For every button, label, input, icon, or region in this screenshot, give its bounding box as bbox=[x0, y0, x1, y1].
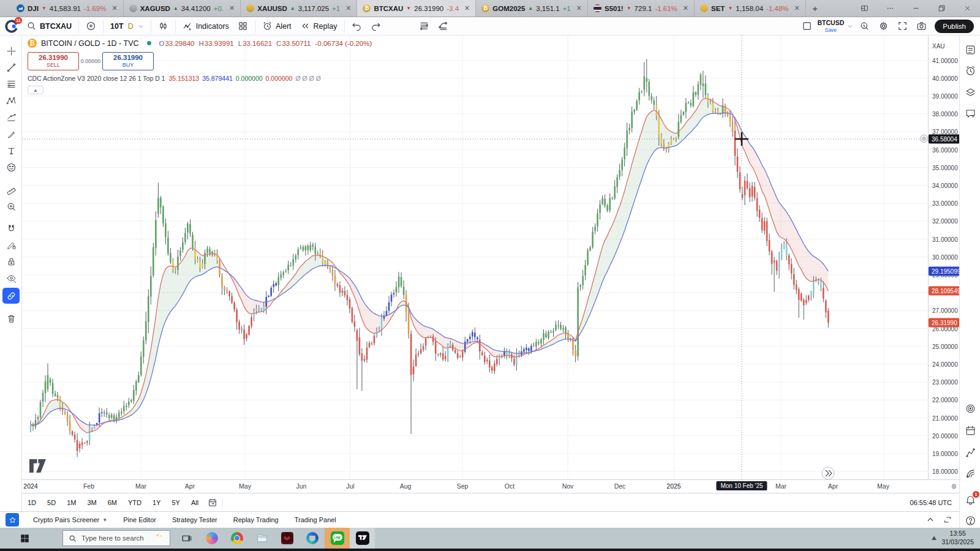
range-button-1y[interactable]: 1Y bbox=[147, 499, 166, 506]
ideas-icon[interactable] bbox=[965, 447, 976, 459]
xabcd-pattern-tool-icon[interactable] bbox=[2, 92, 20, 108]
legend-collapse-button[interactable]: ▲ bbox=[28, 86, 43, 94]
tab-close-icon[interactable]: ✕ bbox=[229, 4, 235, 12]
restore-button[interactable] bbox=[929, 0, 954, 17]
fullscreen-button[interactable] bbox=[893, 18, 912, 35]
taskbar-app-folder[interactable] bbox=[249, 528, 274, 549]
more-options-icon[interactable] bbox=[877, 0, 903, 17]
symbol-tab-btcxau[interactable]: ₿BTCXAU▼26.31990-3.4✕ bbox=[357, 0, 476, 17]
watchlist-icon[interactable] bbox=[965, 44, 976, 56]
compare-button[interactable] bbox=[81, 18, 100, 35]
trash-tool-icon[interactable] bbox=[2, 310, 20, 326]
range-button-5d[interactable]: 5D bbox=[42, 499, 61, 506]
taskbar-app-msi[interactable] bbox=[274, 528, 300, 549]
interval-button[interactable]: 10T D bbox=[106, 18, 148, 35]
target-icon[interactable] bbox=[965, 403, 976, 414]
taskbar-search-input[interactable]: Type here to search bbox=[62, 530, 170, 546]
footer-tab-replay-trading[interactable]: Replay Trading bbox=[225, 516, 287, 523]
footer-tab-pine-editor[interactable]: Pine Editor bbox=[115, 516, 164, 523]
footer-tab-strategy-tester[interactable]: Strategy Tester bbox=[164, 516, 225, 523]
symbol-tab-dji[interactable]: DJI▼41,583.91-1.69%✕ bbox=[11, 0, 124, 17]
utc-clock[interactable]: 06:55:48 UTC bbox=[910, 499, 952, 506]
favorites-star-icon[interactable] bbox=[6, 513, 19, 527]
hide-eye-tool-icon[interactable] bbox=[2, 270, 20, 286]
time-axis[interactable]: 2024FebMarAprMayJunJulAugSepOctNovDec202… bbox=[22, 479, 928, 493]
indicator-legend[interactable]: CDC ActionZone V3 2020 close 12 26 1 Top… bbox=[28, 75, 372, 82]
sell-button[interactable]: 26.31990 SELL bbox=[28, 52, 79, 70]
layout-grid-button[interactable] bbox=[233, 18, 252, 35]
undo-button[interactable] bbox=[347, 18, 366, 35]
taskbar-app-task-view[interactable] bbox=[174, 528, 199, 549]
layout-checkbox[interactable] bbox=[797, 18, 816, 35]
notifications-bell-icon[interactable]: 1 bbox=[965, 493, 976, 505]
tab-close-icon[interactable]: ✕ bbox=[576, 4, 582, 12]
close-button[interactable] bbox=[954, 0, 980, 17]
panel-restore-icon[interactable] bbox=[943, 515, 952, 524]
range-button-6m[interactable]: 6M bbox=[102, 499, 123, 506]
calendar-icon[interactable] bbox=[965, 425, 976, 437]
symbol-tab-s501[interactable]: S501!▼729.1-1.61%✕ bbox=[588, 0, 695, 17]
symbol-tab-xauusd[interactable]: XAUUSD▲3,117.025+1✕ bbox=[241, 0, 357, 17]
taskbar-app-edge[interactable] bbox=[300, 528, 325, 549]
range-button-1d[interactable]: 1D bbox=[22, 499, 42, 506]
ruler-tool-icon[interactable] bbox=[2, 182, 20, 198]
emoji-tool-icon[interactable] bbox=[2, 159, 20, 175]
tab-close-icon[interactable]: ✕ bbox=[345, 4, 351, 12]
replay-button[interactable]: Replay bbox=[296, 18, 342, 35]
publish-button[interactable]: Publish bbox=[935, 20, 974, 33]
screenshot-camera-icon[interactable] bbox=[912, 18, 931, 35]
tab-close-icon[interactable]: ✕ bbox=[683, 4, 688, 12]
layers-icon[interactable] bbox=[965, 87, 976, 99]
range-button-ytd[interactable]: YTD bbox=[123, 499, 147, 506]
market-status-dot[interactable] bbox=[147, 41, 151, 45]
taskbar-app-tradingview[interactable] bbox=[350, 528, 375, 549]
polyline-tool-button[interactable] bbox=[434, 18, 453, 35]
tab-layout-icon[interactable] bbox=[851, 0, 877, 17]
tradingview-logo[interactable]: 11 bbox=[5, 20, 18, 33]
signal-icon[interactable] bbox=[965, 468, 976, 479]
range-button-1m[interactable]: 1M bbox=[61, 499, 81, 506]
price-lines-button[interactable] bbox=[415, 18, 434, 35]
footer-tab-screener[interactable]: Crypto Pairs Screener ▼ bbox=[25, 516, 115, 523]
tray-language-icon[interactable] bbox=[930, 534, 938, 542]
symbol-search-button[interactable]: BTCXAU bbox=[22, 18, 76, 35]
buy-button[interactable]: 26.31990 BUY bbox=[102, 52, 154, 70]
chart-type-button[interactable] bbox=[154, 18, 173, 35]
footer-tab-trading-panel[interactable]: Trading Panel bbox=[287, 516, 344, 523]
help-icon[interactable] bbox=[965, 515, 976, 527]
go-to-realtime-button[interactable] bbox=[822, 467, 834, 479]
tab-close-icon[interactable]: ✕ bbox=[464, 4, 470, 12]
brush-tool-icon[interactable] bbox=[2, 126, 20, 142]
chat-icon[interactable] bbox=[965, 108, 976, 119]
goto-date-icon[interactable] bbox=[208, 498, 217, 508]
indicators-button[interactable]: Indicators bbox=[178, 18, 233, 35]
alert-clock-icon[interactable] bbox=[965, 65, 976, 77]
forecast-tool-icon[interactable] bbox=[2, 109, 20, 125]
range-button-all[interactable]: All bbox=[186, 499, 204, 506]
taskbar-app-chrome[interactable] bbox=[224, 528, 249, 549]
symbol-tab-set[interactable]: SET▼1,158.04-1.48%✕ bbox=[695, 0, 806, 17]
symbol-title[interactable]: BITCOIN / GOLD - 1D - TVC bbox=[41, 39, 139, 48]
tab-close-icon[interactable]: ✕ bbox=[111, 4, 117, 12]
fib-lines-tool-icon[interactable] bbox=[2, 76, 20, 92]
redo-button[interactable] bbox=[366, 18, 385, 35]
alert-button[interactable]: Alert bbox=[258, 18, 296, 35]
trend-line-tool-icon[interactable] bbox=[2, 59, 20, 75]
chart-plot[interactable] bbox=[22, 36, 928, 479]
taskbar-app-copilot[interactable] bbox=[199, 528, 224, 549]
new-tab-button[interactable]: + bbox=[806, 0, 824, 17]
settings-gear-icon[interactable] bbox=[874, 18, 893, 35]
link-tool-icon[interactable] bbox=[2, 288, 20, 304]
taskbar-app-line[interactable]: LINE bbox=[325, 528, 350, 549]
quick-search-button[interactable] bbox=[855, 18, 874, 35]
layout-dropdown-icon[interactable] bbox=[845, 18, 855, 35]
taskbar-clock[interactable]: 13:55 31/03/2025 bbox=[941, 530, 974, 546]
edit-lock-tool-icon[interactable] bbox=[2, 237, 20, 253]
crosshair-tool-icon[interactable] bbox=[2, 43, 20, 59]
lock-tool-icon[interactable] bbox=[2, 253, 20, 269]
range-button-5y[interactable]: 5Y bbox=[166, 499, 185, 506]
range-button-3m[interactable]: 3M bbox=[81, 499, 102, 506]
tab-close-icon[interactable]: ✕ bbox=[794, 4, 800, 12]
price-scale-plus-bubble[interactable]: ◎ bbox=[920, 135, 928, 143]
magnet-tool-icon[interactable] bbox=[2, 220, 20, 236]
